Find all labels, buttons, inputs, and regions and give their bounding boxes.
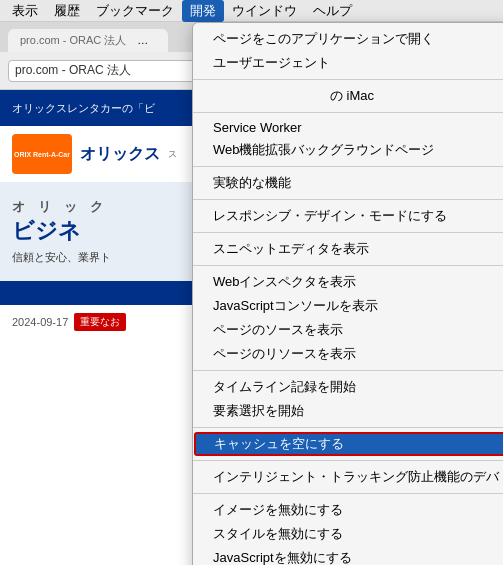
separator-3 xyxy=(193,166,503,167)
separator-4 xyxy=(193,199,503,200)
menubar-item-help[interactable]: ヘルプ xyxy=(305,0,360,22)
menu-item-responsive[interactable]: レスポンシブ・デザイン・モードにする xyxy=(193,204,503,228)
browser-tab[interactable]: pro.com - ORAC 法人 ORAC ステ… xyxy=(8,29,168,52)
separator-6 xyxy=(193,265,503,266)
menubar-item-bookmarks[interactable]: ブックマーク xyxy=(88,0,182,22)
menu-bar: 表示 履歴 ブックマーク 開発 ウインドウ ヘルプ xyxy=(0,0,503,22)
menu-item-experimental[interactable]: 実験的な機能 xyxy=(193,171,503,195)
separator-2 xyxy=(193,112,503,113)
menu-item-js-console[interactable]: JavaScriptコンソールを表示 xyxy=(193,294,503,318)
menubar-item-develop[interactable]: 開発 xyxy=(182,0,224,22)
menu-item-page-source[interactable]: ページのソースを表示 xyxy=(193,318,503,342)
menu-item-disable-js[interactable]: JavaScriptを無効にする xyxy=(193,546,503,565)
menu-item-imac[interactable]: の iMac xyxy=(193,84,503,108)
menu-item-clear-cache[interactable]: キャッシュを空にする xyxy=(194,432,503,456)
heading-main: ビジネ xyxy=(12,218,81,243)
orix-brand-name: オリックス xyxy=(80,144,160,165)
menu-item-page-resources[interactable]: ページのリソースを表示 xyxy=(193,342,503,366)
menu-item-user-agent[interactable]: ユーザエージェント xyxy=(193,51,503,75)
address-text: pro.com - ORAC 法人 xyxy=(15,62,131,79)
separator-5 xyxy=(193,232,503,233)
menu-item-open-app[interactable]: ページをこのアプリケーションで開く xyxy=(193,27,503,51)
site-nav-text: オリックスレンタカーの「ビ xyxy=(12,101,155,116)
tab-text: pro.com - ORAC 法人 ORAC ステ… xyxy=(20,34,168,46)
menu-item-snippet-editor[interactable]: スニペットエディタを表示 xyxy=(193,237,503,261)
menu-item-itp[interactable]: インテリジェント・トラッキング防止機能のデバ xyxy=(193,465,503,489)
develop-dropdown-menu: ページをこのアプリケーションで開く ユーザエージェント の iMac Servi… xyxy=(192,22,503,565)
menubar-item-view[interactable]: 表示 xyxy=(4,0,46,22)
menubar-item-window[interactable]: ウインドウ xyxy=(224,0,305,22)
orix-suffix: ス xyxy=(168,148,177,161)
menu-item-disable-images[interactable]: イメージを無効にする xyxy=(193,498,503,522)
separator-10 xyxy=(193,493,503,494)
separator-8 xyxy=(193,427,503,428)
menu-item-web-extension-bg[interactable]: Web機能拡張バックグラウンドページ xyxy=(193,138,503,162)
separator-7 xyxy=(193,370,503,371)
menu-item-web-inspector[interactable]: Webインスペクタを表示 xyxy=(193,270,503,294)
important-badge: 重要なお xyxy=(74,313,126,331)
menu-item-service-worker[interactable]: Service Worker xyxy=(193,117,503,138)
menu-item-element-select[interactable]: 要素選択を開始 xyxy=(193,399,503,423)
menu-item-disable-styles[interactable]: スタイルを無効にする xyxy=(193,522,503,546)
menu-item-start-timeline[interactable]: タイムライン記録を開始 xyxy=(193,375,503,399)
orix-logo-text: ORIX Rent-A-Car xyxy=(14,151,70,158)
separator-9 xyxy=(193,460,503,461)
menubar-item-history[interactable]: 履歴 xyxy=(46,0,88,22)
separator-1 xyxy=(193,79,503,80)
orix-logo: ORIX Rent-A-Car xyxy=(12,134,72,174)
date-text: 2024-09-17 xyxy=(12,316,68,328)
